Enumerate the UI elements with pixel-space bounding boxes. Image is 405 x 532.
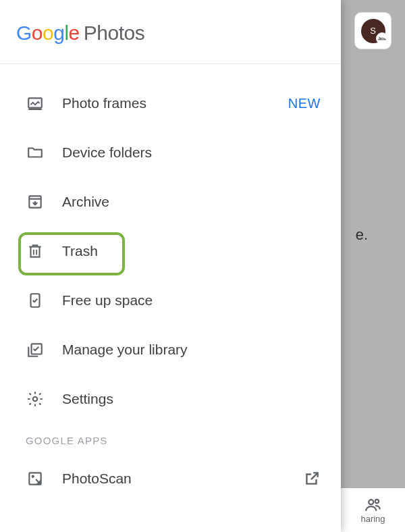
archive-icon [26, 192, 45, 211]
incognito-badge-icon [376, 32, 388, 45]
menu-item-label: PhotoScan [62, 471, 303, 487]
manage-library-icon [26, 340, 45, 359]
menu-item-label: Settings [62, 391, 321, 407]
svg-point-0 [369, 500, 373, 504]
drawer-menu: Photo frames NEW Device folders Archive [0, 64, 341, 508]
free-up-space-icon [26, 291, 45, 310]
menu-item-settings[interactable]: Settings [0, 379, 341, 419]
photoscan-icon [26, 469, 45, 488]
menu-item-label: Archive [62, 194, 321, 210]
google-photos-logo: GooglePhotos [16, 22, 325, 45]
menu-item-trash[interactable]: Trash [0, 231, 341, 271]
menu-item-label: Photo frames [62, 95, 288, 111]
photo-frames-icon [26, 94, 45, 113]
folder-icon [26, 143, 45, 162]
menu-item-manage-library[interactable]: Manage your library [0, 329, 341, 370]
external-link-icon [303, 470, 321, 487]
bottom-nav-sharing[interactable]: haring [341, 488, 405, 532]
menu-item-label: Free up space [62, 292, 321, 309]
drawer-header: GooglePhotos [0, 0, 341, 64]
svg-point-8 [32, 475, 34, 478]
svg-point-6 [33, 397, 38, 402]
avatar-circle: S [361, 19, 385, 43]
dimmed-overlay[interactable] [341, 0, 405, 532]
menu-item-archive[interactable]: Archive [0, 182, 341, 222]
trash-icon [26, 242, 45, 261]
gear-icon [26, 390, 45, 408]
section-header-google-apps: GOOGLE APPS [0, 428, 341, 458]
sharing-icon [364, 496, 382, 514]
navigation-drawer: GooglePhotos Photo frames NEW Device fol… [0, 0, 341, 532]
menu-item-photoscan[interactable]: PhotoScan [0, 458, 341, 499]
svg-point-1 [375, 500, 378, 503]
account-avatar-button[interactable]: S [354, 12, 392, 49]
menu-item-label: Device folders [62, 144, 321, 161]
menu-item-device-folders[interactable]: Device folders [0, 132, 341, 173]
menu-item-label: Manage your library [62, 342, 321, 358]
new-badge: NEW [288, 96, 321, 111]
menu-item-photo-frames[interactable]: Photo frames NEW [0, 83, 341, 124]
sharing-label: haring [360, 514, 385, 524]
menu-item-label: Trash [62, 243, 321, 259]
avatar-initial: S [370, 26, 376, 36]
menu-item-free-up-space[interactable]: Free up space [0, 280, 341, 321]
